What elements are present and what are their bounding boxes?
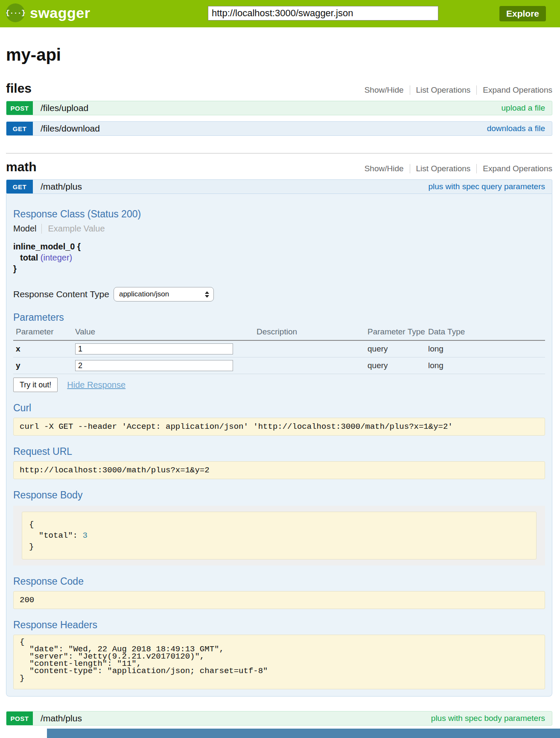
row-spacer xyxy=(82,180,429,193)
bottom-blue-bar xyxy=(47,729,560,738)
method-badge-get: GET xyxy=(6,180,33,193)
operation-summary-link[interactable]: plus with spec query parameters xyxy=(428,180,545,193)
brand-title: swagger xyxy=(30,5,90,21)
response-headers-line: } xyxy=(20,675,539,682)
swagger-logo-link[interactable]: {···} swagger xyxy=(6,3,90,22)
request-url-box: http://localhost:3000/math/plus?x=1&y=2 xyxy=(13,461,545,479)
expand-operations-link[interactable]: Expand Operations xyxy=(483,164,552,173)
section-math-title: math xyxy=(6,160,37,174)
parameters-header-row: Parameter Value Description Parameter Ty… xyxy=(13,325,545,340)
model-property: total (integer) xyxy=(13,252,545,263)
parameter-description xyxy=(257,340,368,357)
response-headers-box: { "date": "Wed, 22 Aug 2018 18:49:13 GMT… xyxy=(13,635,545,689)
operation-summary-link[interactable]: plus with spec body parameters xyxy=(431,712,545,725)
parameter-data-type: long xyxy=(428,357,545,374)
col-parameter: Parameter xyxy=(13,325,75,340)
try-it-out-button[interactable]: Try it out! xyxy=(13,378,58,392)
request-url-heading: Request URL xyxy=(13,446,545,457)
operation-path-link[interactable]: /files/download xyxy=(41,122,100,135)
tab-model[interactable]: Model xyxy=(13,224,41,234)
show-hide-link[interactable]: Show/Hide xyxy=(365,85,404,95)
swagger-logo-icon: {···} xyxy=(6,3,25,22)
response-headers-line: "content-type": "application/json; chars… xyxy=(20,668,539,675)
parameter-description xyxy=(257,357,368,374)
content-wrap: my-api files Show/Hide List Operations E… xyxy=(6,45,552,738)
app-header: {···} swagger Explore xyxy=(0,0,560,27)
model-property-type: (integer) xyxy=(41,253,72,262)
col-description: Description xyxy=(257,325,368,340)
parameter-x-input[interactable] xyxy=(75,343,233,354)
link-separator xyxy=(476,164,477,173)
parameter-data-type: long xyxy=(428,340,545,357)
section-math-links: Show/Hide List Operations Expand Operati… xyxy=(365,164,552,174)
parameter-type: query xyxy=(368,340,428,357)
parameter-row-y: y query long xyxy=(13,357,545,374)
section-math: math Show/Hide List Operations Expand Op… xyxy=(6,160,552,726)
model-signature: inline_model_0 { total (integer) } xyxy=(13,241,545,274)
method-badge-get: GET xyxy=(6,122,33,135)
api-url-input[interactable] xyxy=(208,6,438,20)
response-body-heading: Response Body xyxy=(13,489,545,501)
col-value: Value xyxy=(75,325,257,340)
section-files-links: Show/Hide List Operations Expand Operati… xyxy=(365,85,552,96)
page-title: my-api xyxy=(6,45,552,64)
operation-path-link[interactable]: /files/upload xyxy=(41,101,88,115)
hide-response-link[interactable]: Hide Response xyxy=(67,380,125,390)
operation-path-link[interactable]: /math/plus xyxy=(41,180,82,193)
method-badge-post: POST xyxy=(6,712,33,725)
expand-operations-link[interactable]: Expand Operations xyxy=(483,85,552,95)
response-content-type-value: application/json xyxy=(119,290,169,299)
link-separator xyxy=(410,85,410,95)
parameter-type: query xyxy=(368,357,428,374)
operation-row-get-files-download[interactable]: GET /files/download downloads a file xyxy=(6,121,552,136)
response-headers-heading: Response Headers xyxy=(13,619,545,630)
response-content-type-select[interactable]: application/json xyxy=(114,287,214,302)
method-badge-post: POST xyxy=(6,101,33,115)
model-open-line: inline_model_0 { xyxy=(13,241,545,252)
json-total-value: 3 xyxy=(82,531,87,540)
request-url-value: http://localhost:3000/math/plus?x=1&y=2 xyxy=(20,466,210,475)
section-files: files Show/Hide List Operations Expand O… xyxy=(6,81,552,136)
section-divider xyxy=(6,153,552,154)
col-data-type: Data Type xyxy=(428,325,545,340)
json-close: } xyxy=(29,541,529,552)
response-body-box: { "total": 3 } xyxy=(22,512,537,559)
col-parameter-type: Parameter Type xyxy=(368,325,428,340)
row-spacer xyxy=(88,101,501,115)
parameter-row-x: x query long xyxy=(13,340,545,357)
operation-detail-panel: Response Class (Status 200) Model Exampl… xyxy=(6,194,552,697)
list-operations-link[interactable]: List Operations xyxy=(416,85,471,95)
response-content-type-row: Response Content Type application/json xyxy=(13,287,545,302)
parameter-name: x xyxy=(13,340,75,357)
operation-path-link[interactable]: /math/plus xyxy=(41,712,82,725)
operation-row-post-math-plus[interactable]: POST /math/plus plus with spec body para… xyxy=(6,711,552,726)
curl-command-box: curl -X GET --header 'Accept: applicatio… xyxy=(13,418,545,436)
json-open: { xyxy=(29,519,529,530)
explore-button[interactable]: Explore xyxy=(499,6,546,21)
row-spacer xyxy=(100,122,487,135)
link-separator xyxy=(476,85,477,95)
model-property-name: total xyxy=(20,253,38,262)
model-close-line: } xyxy=(13,263,545,274)
model-tabs: Model Example Value xyxy=(13,222,545,235)
show-hide-link[interactable]: Show/Hide xyxy=(365,164,404,173)
response-code-box: 200 xyxy=(13,591,545,609)
row-spacer xyxy=(82,712,431,725)
response-code-value: 200 xyxy=(20,595,34,605)
section-files-title: files xyxy=(6,81,32,96)
operation-row-get-math-plus[interactable]: GET /math/plus plus with spec query para… xyxy=(6,179,552,194)
json-total-line: "total": 3 xyxy=(29,530,529,541)
tab-example-value[interactable]: Example Value xyxy=(41,224,105,234)
curl-heading: Curl xyxy=(13,402,545,413)
operation-row-post-files-upload[interactable]: POST /files/upload upload a file xyxy=(6,101,552,115)
parameter-name: y xyxy=(13,357,75,374)
operation-summary-link[interactable]: upload a file xyxy=(502,101,545,115)
parameter-y-input[interactable] xyxy=(75,360,233,371)
operation-summary-link[interactable]: downloads a file xyxy=(487,122,545,135)
parameters-table: Parameter Value Description Parameter Ty… xyxy=(13,325,545,374)
link-separator xyxy=(410,164,410,173)
chevron-updown-icon xyxy=(205,291,209,298)
list-operations-link[interactable]: List Operations xyxy=(416,164,471,173)
response-content-type-label: Response Content Type xyxy=(13,289,109,299)
curl-command: curl -X GET --header 'Accept: applicatio… xyxy=(20,422,453,431)
